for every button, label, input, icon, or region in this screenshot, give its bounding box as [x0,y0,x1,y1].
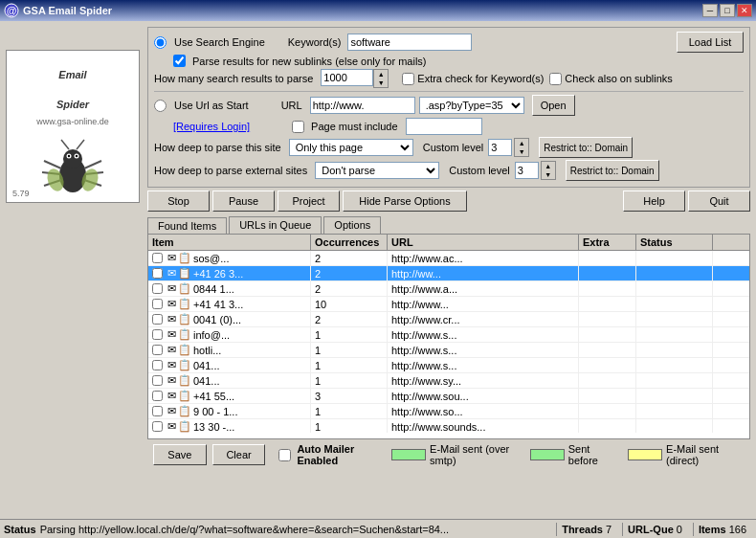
project-button[interactable]: Project [278,191,340,212]
row-icon: ✉ [167,420,176,433]
table-row[interactable]: ✉ 📋 +41 41 3... 10 http://www... [148,297,749,312]
pause-button[interactable]: Pause [212,191,275,212]
cell-item-icon2: 📋 [178,374,191,387]
cell-status [636,266,713,280]
table-row[interactable]: ✉ 📋 +41 26 3... 2 http://ww... [148,266,749,281]
legend: E-Mail sent (over smtp) Sent before E-Ma… [391,443,745,466]
logo-area: Email Spider www.gsa-online.de [6,50,140,203]
cell-url: http://www.ac... [388,251,579,265]
table-row[interactable]: ✉ 📋 041... 1 http://www.s... [148,358,749,373]
row-checkbox[interactable] [152,360,163,370]
cell-item-icon2: 📋 [178,282,191,295]
minimize-button[interactable]: ─ [702,4,718,17]
table-row[interactable]: ✉ 📋 sos@... 2 http://www.ac... [148,251,749,266]
keyword-input[interactable] [347,34,472,51]
row-checkbox[interactable] [152,314,163,325]
maximize-button[interactable]: □ [720,4,735,17]
table-row[interactable]: ✉ 📋 info@... 1 http://www.s... [148,327,749,343]
extra-check-row: Extra check for Keyword(s) Check also on… [402,73,673,85]
cell-occ: 1 [311,404,388,418]
url-suffix-select[interactable]: .asp?byType=35 [419,97,524,114]
row-checkbox[interactable] [152,299,163,309]
stop-button[interactable]: Stop [147,191,210,212]
url-input[interactable] [310,97,415,114]
cell-status [636,373,713,388]
table-row[interactable]: ✉ 📋 hotli... 1 http://www.s... [148,343,749,358]
results-input[interactable] [321,69,373,86]
clear-button[interactable]: Clear [212,444,266,465]
custom-spin1-down[interactable]: ▼ [515,147,528,156]
help-button[interactable]: Help [623,191,685,212]
table-row[interactable]: ✉ 📋 9 00 - 1... 1 http://www.so... [148,404,749,419]
svg-line-11 [84,161,101,168]
cell-item-icon2: 📋 [178,252,191,264]
table-row[interactable]: ✉ 📋 13 30 -... 1 http://www.sounds... [148,419,749,433]
cell-item-icon2: 📋 [178,328,191,341]
use-search-engine-radio[interactable] [154,36,167,49]
row-checkbox[interactable] [152,253,163,263]
tab-urls-in-queue[interactable]: URLs in Queue [229,216,322,234]
cell-item-text: 9 00 - 1... [193,406,237,417]
parse-results-checkbox[interactable] [173,55,186,67]
save-button[interactable]: Save [153,444,207,465]
use-url-radio[interactable] [154,100,167,112]
load-list-button[interactable]: Load List [677,32,744,53]
open-button[interactable]: Open [532,95,575,116]
results-spinbox[interactable]: ▲ ▼ [321,69,389,88]
cell-extra [579,343,636,357]
custom-spin2[interactable]: ▲ ▼ [541,161,556,180]
custom-spin1-up[interactable]: ▲ [515,139,528,147]
spider-illustration [34,132,111,209]
row-checkbox[interactable] [152,345,163,355]
table-row[interactable]: ✉ 📋 041... 1 http://www.sy... [148,373,749,389]
table-body[interactable]: ✉ 📋 sos@... 2 http://www.ac... ✉ 📋 +41 2… [148,251,749,433]
quit-button[interactable]: Quit [688,191,750,212]
cell-extra [579,327,636,342]
cell-item: ✉ 📋 0041 (0)... [148,312,311,326]
use-url-label: Use Url as Start [174,100,249,111]
custom-spin1[interactable]: ▲ ▼ [514,138,529,157]
restrict-domain-btn1[interactable]: Restrict to:: Domain [539,137,633,158]
table-row[interactable]: ✉ 📋 0844 1... 2 http://www.a... [148,281,749,297]
tab-found-items[interactable]: Found Items [147,217,227,235]
svg-line-14 [61,140,69,149]
check-sublinks-checkbox[interactable] [549,73,562,85]
spin-up[interactable]: ▲ [374,70,388,78]
row-checkbox[interactable] [152,391,163,401]
custom-level-ext-input[interactable] [515,162,539,179]
row-checkbox[interactable] [152,406,163,416]
custom-level-this-input[interactable] [488,139,512,156]
row-checkbox[interactable] [152,268,163,279]
divider1 [556,523,557,536]
requires-login-link[interactable]: [Requires Login] [173,121,250,132]
row-checkbox[interactable] [152,375,163,386]
hide-parse-options-button[interactable]: Hide Parse Options [343,191,467,212]
urlque-label: URL-Que [628,524,674,535]
custom-spin2-up[interactable]: ▲ [542,162,555,170]
extra-check-checkbox[interactable] [402,73,414,85]
cell-item: ✉ 📋 9 00 - 1... [148,404,311,418]
auto-mailer-checkbox[interactable] [278,449,291,461]
tab-options[interactable]: Options [323,216,381,234]
table-row[interactable]: ✉ 📋 0041 (0)... 2 http://www.cr... [148,312,749,327]
depth-this-select[interactable]: Only this page 1 level deep 2 levels dee… [289,139,413,156]
cell-extra [579,297,636,311]
custom-spin2-down[interactable]: ▼ [542,170,555,179]
page-must-include-input[interactable] [406,118,482,135]
page-must-include-checkbox[interactable] [292,121,304,133]
row-checkbox[interactable] [152,283,163,294]
row-checkbox[interactable] [152,329,163,340]
table-row[interactable]: ✉ 📋 +41 55... 3 http://www.sou... [148,389,749,404]
content-area: Use Search Engine Keyword(s) Load List P… [147,27,750,470]
depth-external-select[interactable]: Don't parse 1 level deep [315,162,439,179]
spin-controls[interactable]: ▲ ▼ [373,69,389,88]
spin-down[interactable]: ▼ [374,78,388,87]
cell-url: http://www... [388,297,579,311]
cell-item: ✉ 📋 0844 1... [148,281,311,296]
close-button[interactable]: ✕ [737,4,752,17]
cell-url: http://www.s... [388,343,579,357]
row-checkbox[interactable] [152,421,163,432]
col-header-extra: Extra [579,235,636,250]
cell-item: ✉ 📋 041... [148,358,311,372]
restrict-domain-btn2[interactable]: Restrict to:: Domain [566,160,659,181]
